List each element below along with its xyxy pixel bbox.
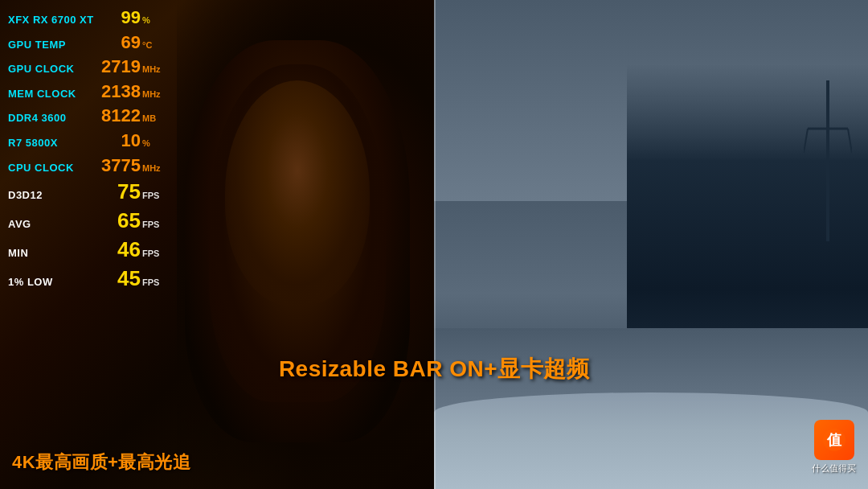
left-row-gpu-clock: GPU CLOCK 2719 MHz	[8, 55, 426, 79]
left-panel: XFX RX 6700 XT 99 % GPU TEMP 69 °C GPU C…	[0, 0, 434, 489]
snow-ground	[434, 392, 868, 489]
left-label-ddr4: DDR4 3600	[8, 112, 96, 125]
right-panel: XFX RX 6700 XT 99 % GPU TEMP 70 °C GPU C…	[434, 0, 868, 489]
left-row-gpu-temp: GPU TEMP 69 °C	[8, 31, 426, 55]
left-unit-avg: FPS	[142, 219, 159, 230]
left-unit-cpu-clock: MHz	[142, 162, 161, 174]
watermark-svg: 值	[821, 427, 847, 453]
left-value-mem-clock: 2138	[96, 80, 141, 104]
left-row-cpu-clock: CPU CLOCK 3775 MHz	[8, 154, 426, 178]
left-value-1plow: 45	[96, 265, 141, 293]
left-row-mem-clock: MEM CLOCK 2138 MHz	[8, 80, 426, 104]
left-unit-ddr4: MB	[142, 113, 156, 124]
center-title: Resizable BAR ON+显卡超频	[279, 354, 589, 384]
left-unit-gpu-temp: °C	[142, 39, 152, 51]
left-label-d3d12: D3D12	[8, 189, 96, 203]
left-unit-mem-clock: MHz	[142, 88, 161, 100]
left-gpu-title-value: 99	[96, 6, 141, 30]
left-row-d3d12: D3D12 75 FPS	[8, 179, 426, 206]
scarecrow-silhouette	[804, 80, 852, 241]
left-row-avg: AVG 65 FPS	[8, 208, 426, 235]
left-label-min: MIN	[8, 247, 96, 261]
left-unit-min: FPS	[142, 248, 159, 259]
watermark-label: 什么值得买	[812, 462, 856, 475]
left-unit-d3d12: FPS	[142, 190, 159, 201]
left-hud: XFX RX 6700 XT 99 % GPU TEMP 69 °C GPU C…	[0, 0, 434, 257]
bottom-left-label: 4K最高画质+最高光追	[12, 450, 190, 475]
left-label-gpu-temp: GPU TEMP	[8, 39, 96, 52]
left-label-1plow: 1% LOW	[8, 276, 96, 290]
left-value-gpu-temp: 69	[96, 31, 141, 55]
left-label-mem-clock: MEM CLOCK	[8, 88, 96, 101]
left-row-min: MIN 46 FPS	[8, 236, 426, 264]
watermark-icon: 值	[814, 420, 854, 460]
left-value-avg: 65	[96, 208, 141, 235]
left-value-min: 46	[96, 236, 141, 264]
left-unit-gpu-clock: MHz	[142, 64, 161, 75]
left-label-cpu-clock: CPU CLOCK	[8, 162, 96, 175]
left-unit-r7: %	[142, 138, 150, 149]
left-gpu-title-unit: %	[142, 14, 150, 26]
left-value-d3d12: 75	[96, 179, 141, 206]
left-gpu-title-label: XFX RX 6700 XT	[8, 14, 96, 27]
panel-divider	[434, 0, 436, 489]
left-row-1plow: 1% LOW 45 FPS	[8, 265, 426, 293]
svg-text:值: 值	[826, 432, 842, 448]
left-value-gpu-clock: 2719	[96, 55, 141, 79]
left-row-r7: R7 5800X 10 %	[8, 129, 426, 153]
left-label-gpu-clock: GPU CLOCK	[8, 63, 96, 76]
left-value-ddr4: 8122	[96, 105, 141, 128]
left-row-ddr4: DDR4 3600 8122 MB	[8, 105, 426, 128]
svg-line-3	[804, 129, 808, 153]
left-gpu-title-row: XFX RX 6700 XT 99 %	[8, 6, 426, 30]
watermark: 值 什么值得买	[812, 420, 856, 475]
left-unit-1plow: FPS	[142, 277, 159, 288]
left-label-r7: R7 5800X	[8, 137, 96, 150]
left-value-r7: 10	[96, 129, 141, 153]
left-label-avg: AVG	[8, 218, 96, 232]
left-value-cpu-clock: 3775	[96, 154, 141, 178]
main-container: XFX RX 6700 XT 99 % GPU TEMP 69 °C GPU C…	[0, 0, 868, 489]
svg-line-2	[848, 129, 852, 153]
